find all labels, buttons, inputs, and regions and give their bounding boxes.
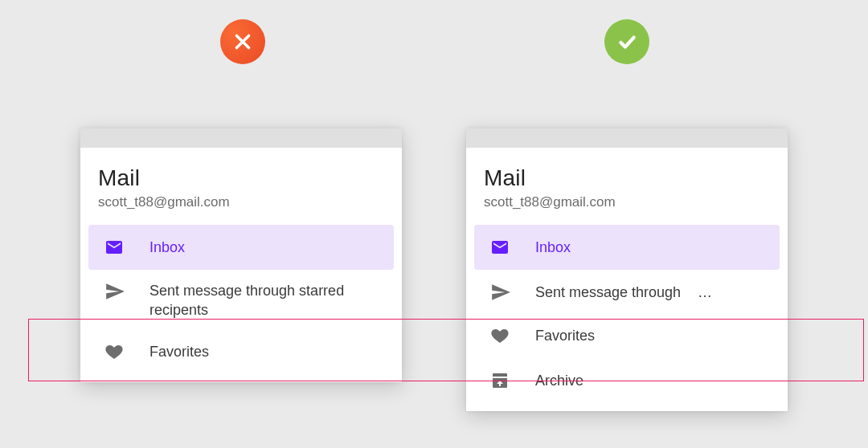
nav-item-label: Favorites [137, 342, 381, 361]
nav-item-favorites[interactable]: Favorites [474, 315, 780, 360]
nav-item-label: Sent message through [522, 283, 691, 302]
cross-icon [232, 31, 253, 52]
status-bar [466, 128, 788, 148]
mail-drawer-dont: Mail scott_t88@gmail.com Inbox Sent mess… [80, 128, 402, 382]
status-bar [80, 128, 402, 148]
nav-item-sent[interactable]: Sent message through … [474, 270, 780, 315]
app-title: Mail [484, 165, 770, 191]
heart-icon [484, 326, 522, 345]
account-email: scott_t88@gmail.com [484, 194, 770, 210]
nav-item-label: Inbox [137, 238, 381, 257]
mail-drawer-do: Mail scott_t88@gmail.com Inbox Sent mess… [466, 128, 788, 411]
nav-item-archive[interactable]: Archive [474, 360, 780, 405]
send-icon [98, 281, 137, 302]
envelope-icon [98, 238, 137, 257]
drawer-header: Mail scott_t88@gmail.com [80, 148, 402, 225]
drawer-header: Mail scott_t88@gmail.com [466, 148, 788, 225]
account-email: scott_t88@gmail.com [98, 194, 384, 210]
dont-badge [220, 19, 265, 64]
nav-list: Inbox Sent message through … Favorites A… [466, 225, 788, 411]
ellipsis-icon: … [691, 283, 714, 302]
check-icon [616, 31, 637, 52]
heart-icon [98, 342, 137, 361]
nav-item-label: Archive [522, 371, 767, 390]
nav-item-inbox[interactable]: Inbox [474, 225, 780, 270]
archive-icon [484, 371, 522, 390]
nav-item-favorites[interactable]: Favorites [88, 331, 394, 376]
send-icon [484, 282, 522, 303]
nav-list: Inbox Sent message through starred recip… [80, 225, 402, 382]
do-badge [604, 19, 649, 64]
nav-item-label: Sent message through starred recipents [137, 281, 381, 320]
nav-item-label: Inbox [522, 238, 767, 257]
nav-item-sent[interactable]: Sent message through starred recipents [88, 270, 394, 331]
app-title: Mail [98, 165, 384, 191]
nav-item-label: Favorites [522, 326, 767, 345]
nav-item-inbox[interactable]: Inbox [88, 225, 394, 270]
envelope-icon [484, 238, 522, 257]
